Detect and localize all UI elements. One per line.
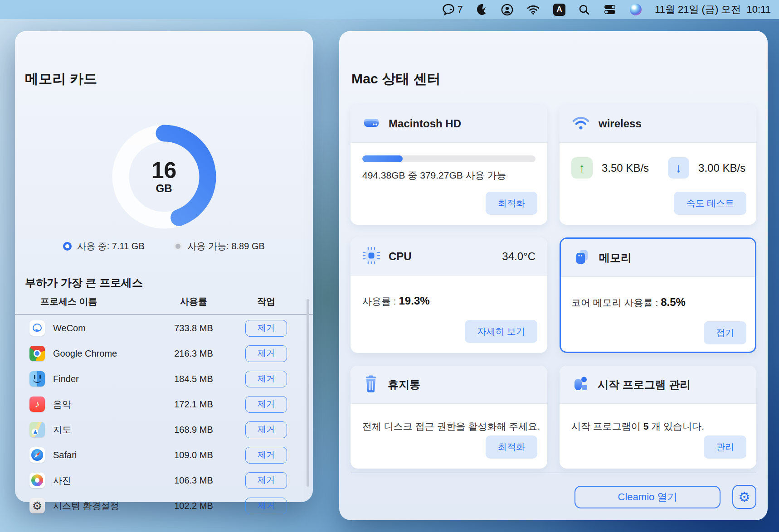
status-cards-grid: Macintosh HD 494.38GB 중 379.27GB 사용 가능 최… — [351, 105, 756, 469]
process-usage: 172.1 MB — [155, 399, 232, 410]
clock-menu-item[interactable]: 11월 21일 (금) 오전 10:11 — [655, 3, 771, 16]
wireless-card-title: wireless — [599, 117, 642, 130]
chat-bubble-icon — [442, 4, 455, 15]
account-menu-item[interactable] — [501, 4, 513, 16]
photos-icon — [29, 473, 45, 488]
bolt-menu-item[interactable] — [476, 4, 488, 15]
memory-total-value: 16 — [151, 159, 177, 183]
finder-icon — [29, 371, 45, 387]
disk-usage-bar — [362, 155, 536, 162]
speed-test-button[interactable]: 속도 테스트 — [674, 192, 746, 215]
remove-button[interactable]: 제거 — [245, 447, 287, 464]
memory-stat-label: 코어 메모리 사용률 : — [571, 297, 661, 308]
memory-total-unit: GB — [156, 182, 172, 195]
col-header-name: 프로세스 이름 — [29, 295, 155, 308]
table-row: 음악 172.1 MB 제거 — [15, 392, 313, 417]
notifications-menu-item[interactable]: 7 — [442, 4, 463, 15]
process-name: WeCom — [53, 323, 86, 334]
disk-info-text: 494.38GB 중 379.27GB 사용 가능 — [362, 169, 506, 182]
startup-count: 5 — [643, 421, 649, 431]
maps-icon — [29, 422, 45, 437]
table-row: 시스템 환경설정 102.2 MB 제거 — [15, 493, 313, 518]
card-trash[interactable]: 휴지통 전체 디스크 접근 권한을 활성화해 주세요. 최적화 — [351, 366, 547, 469]
legend-available-label: 사용 가능: 8.89 GB — [188, 240, 265, 252]
footer-divider — [351, 473, 756, 473]
download-arrow-icon: ↓ — [668, 157, 689, 179]
memory-legend: 사용 중: 7.11 GB 사용 가능: 8.89 GB — [15, 240, 313, 252]
control-center-icon — [603, 4, 617, 15]
control-center-menu-item[interactable] — [603, 4, 617, 15]
upload-arrow-icon: ↑ — [571, 157, 593, 179]
wifi-icon — [526, 4, 540, 15]
table-row: Google Chrome 216.3 MB 제거 — [15, 341, 313, 366]
process-name: 사진 — [53, 474, 71, 487]
startup-manage-button[interactable]: 관리 — [704, 435, 746, 459]
menu-clock: 11월 21일 (금) 오전 10:11 — [655, 3, 771, 16]
open-cleamio-button[interactable]: Cleamio 열기 — [575, 486, 721, 508]
remove-button[interactable]: 제거 — [245, 371, 287, 387]
wifi-menu-item[interactable] — [526, 4, 540, 15]
memory-card-panel: 메모리 카드 16 GB 사용 중: 7.11 GB 사용 가능: 8.89 G… — [15, 31, 313, 502]
remove-button[interactable]: 제거 — [245, 320, 287, 337]
card-cpu[interactable]: CPU 34.0°C 사용률 : 19.3% 자세히 보기 — [351, 237, 547, 353]
card-startup[interactable]: 시작 프로그램 관리 시작 프로그램이 5 개 있습니다. 관리 — [560, 366, 756, 469]
trash-icon — [362, 375, 380, 395]
input-source-menu-item[interactable]: A — [553, 4, 565, 16]
col-header-usage: 사용률 — [155, 295, 232, 308]
process-name: 음악 — [53, 398, 71, 411]
safari-icon — [29, 447, 45, 463]
card-disk[interactable]: Macintosh HD 494.38GB 중 379.27GB 사용 가능 최… — [351, 105, 547, 225]
startup-card-title: 시작 프로그램 관리 — [598, 377, 691, 392]
process-name: Finder — [53, 374, 79, 384]
process-usage: 168.9 MB — [155, 425, 232, 435]
col-header-action: 작업 — [232, 295, 300, 308]
available-dot-icon — [174, 242, 182, 251]
process-name: Google Chrome — [53, 348, 117, 359]
network-speeds: ↑ 3.50 KB/s ↓ 3.00 KB/s — [571, 157, 745, 179]
top-processes-title: 부하가 가장 큰 프로세스 — [25, 276, 143, 290]
music-icon — [29, 397, 45, 412]
legend-available: 사용 가능: 8.89 GB — [174, 240, 265, 252]
trash-optimize-button[interactable]: 최적화 — [486, 435, 537, 459]
process-usage: 106.3 MB — [155, 475, 232, 486]
remove-button[interactable]: 제거 — [245, 421, 287, 438]
cpu-details-button[interactable]: 자세히 보기 — [465, 320, 537, 343]
remove-button[interactable]: 제거 — [245, 396, 287, 413]
chrome-icon — [29, 346, 45, 361]
cpu-temperature: 34.0°C — [502, 250, 536, 263]
cpu-card-title: CPU — [389, 250, 412, 263]
disk-usage-fill — [362, 155, 403, 162]
download-speed: 3.00 KB/s — [698, 162, 745, 174]
settings-button[interactable]: ⚙ — [732, 485, 756, 509]
person-circle-icon — [501, 4, 513, 16]
process-name: 시스템 환경설정 — [53, 500, 119, 512]
remove-button[interactable]: 제거 — [245, 345, 287, 362]
process-name: Safari — [53, 450, 77, 460]
process-table: 프로세스 이름 사용률 작업 WeCom 733.8 MB 제거 Google … — [15, 295, 313, 518]
cpu-stat-value: 19.3% — [399, 295, 430, 307]
process-usage: 109.0 MB — [155, 450, 232, 460]
memory-panel-title: 메모리 카드 — [25, 70, 97, 88]
input-source-icon: A — [553, 4, 565, 16]
remove-button[interactable]: 제거 — [245, 498, 287, 514]
table-row: Safari 109.0 MB 제거 — [15, 442, 313, 468]
card-wireless[interactable]: wireless ↑ 3.50 KB/s ↓ 3.00 KB/s 속도 테스트 — [560, 105, 756, 225]
notification-count: 7 — [458, 4, 463, 15]
cpu-chip-icon — [362, 247, 380, 266]
spotlight-menu-item[interactable] — [579, 4, 590, 15]
wecom-icon — [29, 320, 45, 336]
siri-menu-item[interactable] — [630, 4, 642, 15]
used-dot-icon — [63, 242, 72, 251]
siri-icon — [630, 4, 642, 15]
memory-card-title: 메모리 — [599, 251, 632, 265]
remove-button[interactable]: 제거 — [245, 472, 287, 489]
process-usage: 216.3 MB — [155, 348, 232, 359]
process-list-scrollbar[interactable] — [307, 299, 309, 487]
table-row: 지도 168.9 MB 제거 — [15, 417, 313, 442]
memory-donut-chart: 16 GB — [107, 120, 221, 233]
memory-collapse-button[interactable]: 접기 — [704, 321, 746, 344]
legend-used-label: 사용 중: 7.11 GB — [77, 240, 145, 252]
disk-optimize-button[interactable]: 최적화 — [486, 192, 537, 215]
card-memory[interactable]: 메모리 코어 메모리 사용률 : 8.5% 접기 — [560, 237, 756, 353]
process-usage: 102.2 MB — [155, 501, 232, 511]
